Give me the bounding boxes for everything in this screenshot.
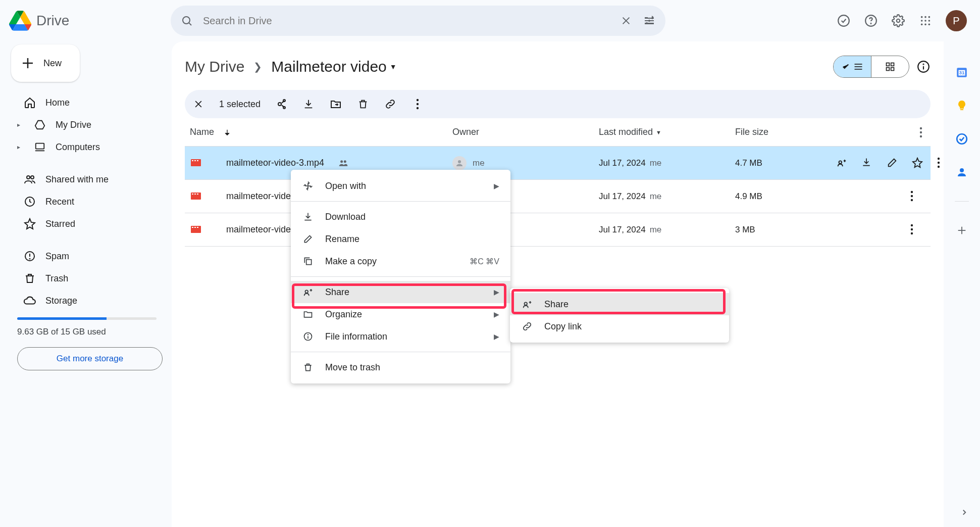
share-icon[interactable] bbox=[275, 98, 288, 111]
modified-date: Jul 17, 2024 bbox=[599, 158, 646, 168]
more-actions-icon[interactable] bbox=[411, 98, 424, 111]
search-input[interactable] bbox=[203, 15, 610, 27]
svg-rect-34 bbox=[855, 66, 862, 67]
delete-icon[interactable] bbox=[356, 98, 370, 111]
nav-home[interactable]: Home bbox=[11, 92, 163, 113]
move-icon[interactable] bbox=[329, 98, 342, 111]
nav-label: Recent bbox=[45, 197, 74, 207]
grid-view-button[interactable] bbox=[871, 56, 909, 77]
ctx-make-copy[interactable]: Make a copy ⌘C ⌘V bbox=[291, 250, 510, 272]
tree-expand-icon[interactable]: ▸ bbox=[17, 143, 24, 151]
svg-point-90 bbox=[960, 168, 964, 172]
modified-date: Jul 17, 2024 bbox=[599, 225, 646, 235]
calendar-app-icon[interactable]: 31 bbox=[955, 66, 968, 79]
download-icon[interactable] bbox=[302, 98, 315, 111]
apps-grid-icon[interactable] bbox=[918, 14, 933, 28]
nav-trash[interactable]: Trash bbox=[11, 268, 163, 289]
account-avatar[interactable]: P bbox=[946, 10, 967, 31]
ctx-download[interactable]: Download bbox=[291, 206, 510, 228]
trash-icon bbox=[23, 272, 36, 285]
row-more-icon[interactable] bbox=[910, 224, 922, 236]
nav-computers[interactable]: ▸ Computers bbox=[11, 136, 163, 158]
svg-point-18 bbox=[924, 20, 926, 22]
submenu-copy-link[interactable]: Copy link bbox=[510, 315, 729, 338]
help-icon[interactable] bbox=[864, 14, 878, 28]
col-name-label: Name bbox=[190, 127, 214, 137]
nav-spam[interactable]: Spam bbox=[11, 246, 163, 267]
row-rename-icon[interactable] bbox=[887, 157, 899, 169]
tree-expand-icon[interactable]: ▸ bbox=[17, 121, 24, 128]
svg-point-83 bbox=[308, 334, 308, 335]
storage-bar bbox=[17, 317, 157, 320]
keep-app-icon[interactable] bbox=[955, 99, 968, 112]
modified-by: me bbox=[650, 225, 662, 235]
svg-point-59 bbox=[344, 160, 346, 163]
contacts-app-icon[interactable] bbox=[955, 166, 968, 179]
breadcrumb-current-label: Mailmeteor video bbox=[271, 58, 386, 75]
new-button-label: New bbox=[43, 58, 62, 69]
brand[interactable]: Drive bbox=[9, 11, 171, 31]
nav-label: Home bbox=[45, 98, 70, 108]
svg-point-47 bbox=[283, 107, 285, 109]
nav-starred[interactable]: Starred bbox=[11, 213, 163, 234]
col-size[interactable]: File size bbox=[735, 127, 836, 137]
row-download-icon[interactable] bbox=[861, 157, 873, 169]
col-owner[interactable]: Owner bbox=[452, 127, 599, 137]
ctx-file-info[interactable]: File information ▶ bbox=[291, 325, 510, 348]
submenu-share[interactable]: Share bbox=[510, 293, 729, 315]
svg-rect-68 bbox=[197, 194, 198, 195]
context-menu: Open with ▶ Download Rename Make a copy … bbox=[291, 170, 510, 384]
search-bar[interactable] bbox=[171, 6, 665, 36]
col-name[interactable]: Name bbox=[190, 127, 452, 137]
nav-storage[interactable]: Storage bbox=[11, 290, 163, 311]
offline-ready-icon[interactable] bbox=[837, 14, 851, 28]
nav-recent[interactable]: Recent bbox=[11, 191, 163, 212]
more-vert-icon[interactable] bbox=[919, 127, 922, 138]
svg-point-10 bbox=[838, 15, 849, 26]
breadcrumb-parent[interactable]: My Drive bbox=[185, 58, 244, 75]
row-more-icon[interactable] bbox=[937, 157, 944, 169]
tasks-app-icon[interactable] bbox=[955, 132, 968, 146]
avatar-initial: P bbox=[953, 15, 959, 27]
svg-point-69 bbox=[911, 190, 913, 193]
row-more-icon[interactable] bbox=[910, 190, 922, 203]
settings-gear-icon[interactable] bbox=[891, 14, 905, 28]
new-button[interactable]: New bbox=[11, 44, 80, 82]
ctx-organize[interactable]: Organize ▶ bbox=[291, 303, 510, 325]
modified-by: me bbox=[650, 191, 662, 202]
svg-point-46 bbox=[283, 100, 285, 102]
svg-point-19 bbox=[929, 20, 931, 22]
get-addons-icon[interactable] bbox=[955, 224, 968, 237]
ctx-move-to-trash[interactable]: Move to trash bbox=[291, 356, 510, 378]
info-icon bbox=[302, 330, 314, 343]
col-size-label: File size bbox=[735, 127, 768, 137]
clear-selection-icon[interactable] bbox=[192, 98, 205, 111]
share-icon bbox=[302, 286, 314, 298]
ctx-share[interactable]: Share ▶ bbox=[291, 281, 510, 303]
side-panel-expand-icon[interactable] bbox=[960, 508, 969, 517]
download-icon bbox=[302, 211, 314, 223]
svg-point-17 bbox=[921, 20, 923, 22]
clear-search-icon[interactable] bbox=[619, 14, 633, 28]
svg-rect-79 bbox=[306, 260, 312, 265]
ctx-open-with[interactable]: Open with ▶ bbox=[291, 175, 510, 197]
computers-icon bbox=[33, 140, 46, 154]
modified-by: me bbox=[650, 158, 662, 168]
list-view-button[interactable] bbox=[834, 56, 871, 77]
video-file-icon bbox=[190, 190, 203, 203]
ctx-shortcut: ⌘C ⌘V bbox=[470, 257, 499, 266]
row-star-icon[interactable] bbox=[912, 157, 924, 169]
get-more-storage-button[interactable]: Get more storage bbox=[17, 347, 163, 370]
nav-label: Storage bbox=[45, 296, 77, 306]
link-icon[interactable] bbox=[384, 98, 397, 111]
breadcrumb-current[interactable]: Mailmeteor video ▼ bbox=[271, 58, 396, 75]
owner-avatar-icon bbox=[452, 156, 467, 170]
nav-shared[interactable]: Shared with me bbox=[11, 169, 163, 190]
nav-my-drive[interactable]: ▸ My Drive bbox=[11, 114, 163, 135]
header-actions: P bbox=[837, 10, 971, 31]
search-options-icon[interactable] bbox=[642, 14, 656, 28]
details-info-icon[interactable] bbox=[916, 60, 931, 74]
col-modified[interactable]: Last modified ▼ bbox=[599, 127, 735, 137]
row-share-icon[interactable] bbox=[836, 157, 848, 169]
ctx-rename[interactable]: Rename bbox=[291, 228, 510, 250]
